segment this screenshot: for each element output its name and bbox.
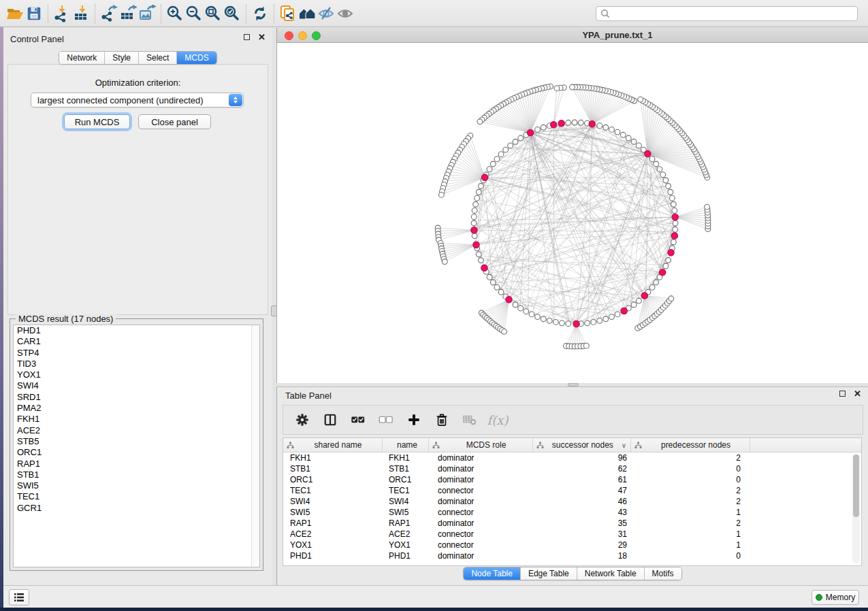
mcds-result-item[interactable]: SWI4: [14, 380, 259, 391]
mcds-result-item[interactable]: FKH1: [14, 414, 259, 425]
table-row[interactable]: YOX1YOX1connector291: [283, 540, 861, 550]
mcds-result-item[interactable]: TEC1: [14, 491, 259, 502]
table-cell[interactable]: 1: [631, 529, 750, 539]
search-input[interactable]: [610, 7, 857, 20]
optimization-criterion-select[interactable]: largest connected component (undirected): [31, 93, 244, 108]
minimize-window-icon[interactable]: [298, 31, 307, 40]
maximize-window-icon[interactable]: [312, 31, 321, 40]
network-node[interactable]: [578, 120, 583, 125]
network-node[interactable]: [471, 214, 477, 220]
close-panel-icon[interactable]: ✕: [854, 391, 861, 397]
mcds-result-item[interactable]: SRD1: [14, 392, 259, 403]
table-cell[interactable]: RAP1: [283, 518, 383, 528]
table-row[interactable]: STB1STB1dominator620: [283, 463, 861, 474]
network-node[interactable]: [609, 314, 615, 320]
table-cell[interactable]: 2: [631, 453, 750, 463]
mcds-node-selected[interactable]: [481, 265, 487, 271]
split-panes-icon[interactable]: [322, 412, 338, 428]
mcds-result-item[interactable]: YOX1: [14, 369, 259, 380]
table-cell[interactable]: 29: [533, 540, 631, 550]
table-cell[interactable]: dominator: [429, 551, 533, 561]
network-node[interactable]: [508, 143, 513, 148]
network-node[interactable]: [654, 161, 659, 167]
table-cell[interactable]: 43: [533, 508, 631, 517]
table-cell[interactable]: ACE2: [383, 529, 429, 539]
mcds-result-item[interactable]: TID3: [14, 359, 259, 369]
zoom-selected-icon[interactable]: [223, 4, 242, 23]
table-cell[interactable]: TEC1: [383, 486, 429, 495]
network-node[interactable]: [498, 289, 504, 295]
tab-select[interactable]: Select: [139, 52, 177, 64]
network-node[interactable]: [570, 84, 575, 90]
network-node[interactable]: [560, 320, 565, 326]
column-header-MCDS-role[interactable]: MCDS role: [429, 438, 533, 452]
network-node[interactable]: [673, 227, 678, 232]
network-node[interactable]: [669, 296, 674, 301]
mcds-node-selected[interactable]: [573, 320, 579, 327]
table-cell[interactable]: connector: [429, 486, 533, 495]
network-titlebar[interactable]: YPA_prune.txt_1: [277, 28, 868, 43]
network-node[interactable]: [671, 240, 676, 245]
table-cell[interactable]: STB1: [383, 464, 429, 474]
export-table-icon[interactable]: [118, 4, 138, 23]
network-node[interactable]: [666, 184, 671, 189]
network-node[interactable]: [535, 314, 541, 320]
network-node[interactable]: [671, 201, 676, 207]
network-node[interactable]: [529, 312, 534, 317]
table-cell[interactable]: dominator: [429, 497, 533, 506]
network-node[interactable]: [636, 298, 641, 303]
delete-icon[interactable]: [434, 412, 450, 428]
network-node[interactable]: [478, 258, 483, 263]
network-node[interactable]: [597, 318, 602, 323]
network-node[interactable]: [603, 316, 609, 322]
table-scrollbar-thumb[interactable]: [853, 455, 859, 517]
table-cell[interactable]: 62: [533, 464, 631, 474]
open-file-icon[interactable]: [5, 4, 25, 23]
delete-table-icon[interactable]: [462, 412, 478, 428]
run-mcds-button[interactable]: Run MCDS: [64, 114, 130, 129]
network-node[interactable]: [547, 318, 552, 323]
network-node[interactable]: [476, 252, 481, 257]
table-cell[interactable]: dominator: [429, 453, 533, 463]
hide-selected-icon[interactable]: [317, 4, 336, 23]
network-node[interactable]: [597, 123, 602, 129]
network-node[interactable]: [524, 309, 529, 314]
network-node[interactable]: [631, 302, 637, 308]
new-network-from-selection-icon[interactable]: [278, 4, 298, 23]
network-node[interactable]: [535, 127, 541, 132]
table-cell[interactable]: ORC1: [283, 475, 383, 484]
network-node[interactable]: [566, 321, 571, 327]
table-row[interactable]: PHD1PHD1dominator180: [283, 550, 861, 561]
table-cell[interactable]: 0: [631, 475, 750, 484]
network-node[interactable]: [631, 139, 637, 144]
column-header-predecessor-nodes[interactable]: predecessor nodes: [631, 438, 750, 452]
table-cell[interactable]: STB1: [283, 464, 383, 474]
network-node[interactable]: [541, 125, 546, 130]
table-row[interactable]: ACE2ACE2connector311: [283, 529, 861, 540]
mcds-node-selected[interactable]: [589, 121, 595, 127]
network-node[interactable]: [615, 312, 620, 317]
network-node[interactable]: [673, 220, 678, 226]
column-header-shared-name[interactable]: shared name: [283, 438, 383, 452]
table-cell[interactable]: YOX1: [283, 540, 383, 550]
column-header-successor-nodes[interactable]: successor nodes∨: [533, 438, 631, 452]
tab-network-table[interactable]: Network Table: [577, 567, 645, 580]
table-row[interactable]: SWI4SWI4dominator462: [283, 496, 861, 507]
table-cell[interactable]: 2: [631, 518, 750, 528]
table-cell[interactable]: TEC1: [283, 486, 383, 495]
add-column-icon[interactable]: [406, 412, 422, 428]
tab-mcds[interactable]: MCDS: [177, 52, 216, 64]
network-node[interactable]: [494, 156, 500, 162]
table-cell[interactable]: 47: [533, 486, 631, 495]
network-node[interactable]: [490, 161, 496, 167]
network-node[interactable]: [487, 274, 492, 280]
table-row[interactable]: RAP1RAP1dominator352: [283, 518, 861, 529]
mcds-node-selected[interactable]: [506, 297, 512, 303]
table-cell[interactable]: FKH1: [383, 453, 429, 463]
network-node[interactable]: [620, 132, 626, 137]
network-node[interactable]: [657, 167, 662, 172]
mcds-node-selected[interactable]: [473, 242, 479, 248]
mcds-result-item[interactable]: SWI5: [14, 480, 259, 491]
network-node[interactable]: [572, 120, 577, 125]
network-node[interactable]: [638, 97, 643, 102]
